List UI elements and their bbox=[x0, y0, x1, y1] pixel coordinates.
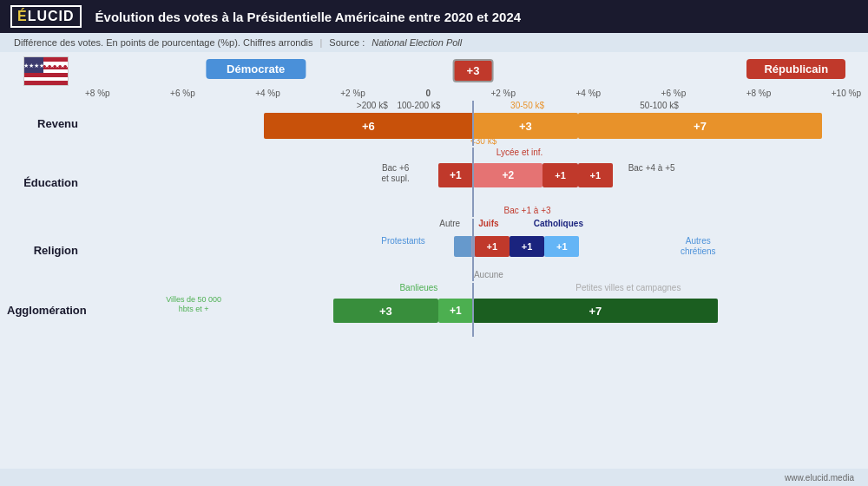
scale-tick-8: +6 %p bbox=[661, 89, 687, 98]
bar-edu-1b: +1 bbox=[578, 163, 613, 187]
bar-50-100k: +7 bbox=[578, 113, 823, 139]
bar-30-50k: +3 bbox=[473, 113, 578, 139]
education-row: Éducation Lycée et inf. Bac +6et supl. +… bbox=[7, 148, 861, 217]
republican-label: Républicain bbox=[746, 59, 845, 79]
scale-row: +8 %p +6 %p +4 %p +2 %p 0 +2 %p +4 %p +6… bbox=[7, 89, 861, 98]
bar-catholiques: +1 bbox=[510, 236, 544, 257]
subheader-description: Différence des votes. En points de pourc… bbox=[14, 37, 312, 48]
revenu-row: Revenu >200 k$ 100-200 k$ 30-50 k$ bbox=[7, 101, 861, 146]
bar-autres-chr: +1 bbox=[544, 236, 579, 257]
party-row: ★★★★★★★★★★★★★★★★★★★★★★★★★★★★★★★★★★★★★★★★… bbox=[7, 56, 861, 87]
footer-url: www.elucid.media bbox=[785, 473, 854, 483]
religion-content: Autre Juifs Catholiques Autreschrétiens … bbox=[85, 219, 861, 281]
revenu-content: >200 k$ 100-200 k$ 30-50 k$ 50-100 k$ bbox=[85, 101, 861, 146]
bar-bac6: +1 bbox=[438, 163, 473, 187]
scale-tick-1: +8 %p bbox=[85, 89, 110, 98]
us-flag: ★★★★★★★★★★★★★★★★★★★★★★★★★★★★★★★★★★★★★★★★… bbox=[23, 56, 69, 86]
seg-label-aucune: Aucune bbox=[474, 270, 503, 279]
scale-tick-2: +6 %p bbox=[170, 89, 195, 98]
bar-banlieues: +3 bbox=[333, 299, 438, 323]
seg-label-100-200k: 100-200 k$ bbox=[397, 101, 440, 110]
seg-label-autres-chr: Autreschrétiens bbox=[681, 236, 716, 257]
seg-label-bac4-5: Bac +4 à +5 bbox=[628, 163, 675, 174]
bar-juifs: +1 bbox=[475, 236, 510, 257]
seg-label-petites-villes: Petites villes et campagnes bbox=[575, 283, 681, 292]
bar-lycee: +2 bbox=[473, 163, 542, 187]
religion-label: Religion bbox=[7, 244, 85, 257]
democrat-label: Démocrate bbox=[206, 59, 306, 79]
agglom-row: Agglomération Banlieues Petites villes e… bbox=[7, 283, 861, 337]
seg-label-autre: Autre bbox=[439, 219, 460, 228]
main-container: ÉLUCID Évolution des votes à la Présiden… bbox=[0, 0, 868, 486]
scale-tick-6: +2 %p bbox=[490, 89, 516, 98]
scale-tick-4: +2 %p bbox=[340, 89, 365, 98]
seg-label-30-50k: 30-50 k$ bbox=[510, 101, 544, 110]
main-area: ★★★★★★★★★★★★★★★★★★★★★★★★★★★★★★★★★★★★★★★★… bbox=[0, 52, 868, 469]
bar-edu-1a: +1 bbox=[542, 163, 577, 187]
subheader-source-label: Source : bbox=[329, 37, 365, 48]
subheader: Différence des votes. En points de pourc… bbox=[0, 33, 868, 52]
agglom-vline bbox=[472, 283, 474, 337]
bar-petites-villes: +7 bbox=[473, 299, 718, 323]
agglom-content: Banlieues Petites villes et campagnes Vi… bbox=[85, 283, 861, 337]
religion-row: Religion Autre Juifs Catholiques Autresc… bbox=[7, 219, 861, 281]
chart-rows: Revenu >200 k$ 100-200 k$ 30-50 k$ bbox=[7, 101, 861, 465]
seg-label-villes50k: Villes de 50 000hbts et + bbox=[124, 295, 264, 314]
seg-label-banlieues: Banlieues bbox=[399, 283, 437, 292]
flag-area: ★★★★★★★★★★★★★★★★★★★★★★★★★★★★★★★★★★★★★★★★… bbox=[7, 56, 85, 86]
zero-label bbox=[470, 113, 477, 139]
footer: www.elucid.media bbox=[0, 469, 868, 486]
subheader-separator: | bbox=[319, 37, 322, 48]
seg-label-bac6: Bac +6et supl. bbox=[381, 163, 409, 184]
center-badge: +3 bbox=[453, 59, 494, 82]
agglom-label: Agglomération bbox=[7, 304, 85, 317]
education-content: Lycée et inf. Bac +6et supl. +1 +2 bbox=[85, 148, 861, 217]
header: ÉLUCID Évolution des votes à la Présiden… bbox=[0, 0, 868, 33]
seg-label-catholiques: Catholiques bbox=[534, 219, 583, 228]
religion-vline bbox=[472, 219, 474, 281]
scale-tick-5: 0 bbox=[425, 89, 431, 98]
scale-tick-10: +10 %p bbox=[832, 89, 861, 98]
education-label: Éducation bbox=[7, 176, 85, 189]
seg-label-juifs: Juifs bbox=[478, 219, 498, 228]
scale-tick-9: +8 %p bbox=[746, 89, 772, 98]
logo: ÉLUCID bbox=[10, 5, 82, 28]
seg-label-bac1-3: Bac +1 à +3 bbox=[504, 206, 551, 215]
seg-label-200k: >200 k$ bbox=[357, 101, 388, 110]
scale-tick-7: +4 %p bbox=[575, 89, 601, 98]
subheader-source: National Election Poll bbox=[372, 37, 462, 48]
seg-label-protestants: Protestants bbox=[381, 236, 425, 246]
seg-label-50-100k: 50-100 k$ bbox=[640, 101, 678, 110]
revenu-label: Revenu bbox=[7, 117, 85, 130]
education-vline bbox=[472, 148, 474, 217]
bar-100-200k: +6 bbox=[264, 113, 473, 139]
seg-label-lycee: Lycée et inf. bbox=[496, 148, 543, 157]
bar-protestants bbox=[454, 236, 473, 257]
scale-tick-3: +4 %p bbox=[255, 89, 280, 98]
bar-villes50k: +1 bbox=[438, 299, 473, 323]
header-title: Évolution des votes à la Présidentielle … bbox=[95, 10, 522, 24]
